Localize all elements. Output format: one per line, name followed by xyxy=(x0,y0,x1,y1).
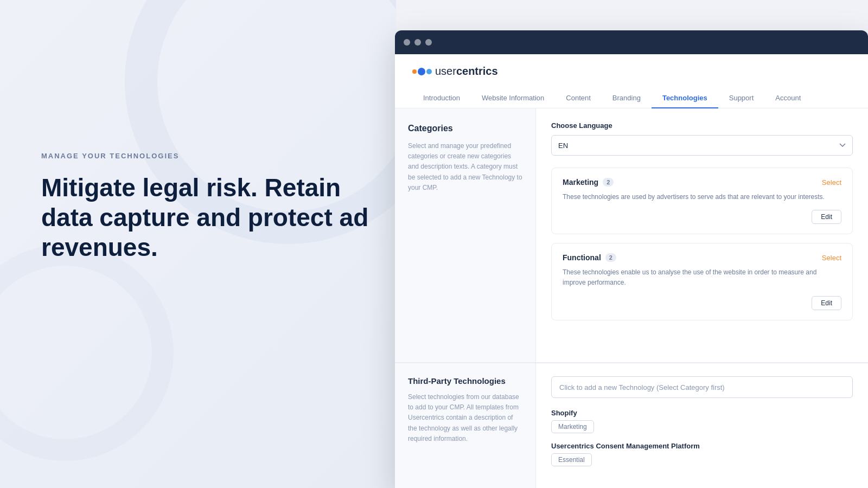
categories-title: Categories xyxy=(408,124,522,133)
tab-support[interactable]: Support xyxy=(718,88,765,108)
marketing-select-link[interactable]: Select xyxy=(822,178,841,187)
usercentrics-name: Usercentrics Consent Management Platform xyxy=(551,442,853,450)
logo-dot-blue-large xyxy=(418,68,425,75)
tab-content[interactable]: Content xyxy=(555,88,602,108)
page-subtitle: MANAGE YOUR TECHNOLOGIES xyxy=(41,152,374,160)
tab-technologies[interactable]: Technologies xyxy=(652,88,718,108)
bottom-section: Third-Party Technologies Select technolo… xyxy=(395,362,868,488)
third-party-panel: Third-Party Technologies Select technolo… xyxy=(395,363,536,488)
logo-text: usercentrics xyxy=(435,65,498,78)
functional-select-link[interactable]: Select xyxy=(822,254,841,262)
marketing-name: Marketing xyxy=(563,178,598,187)
marketing-edit-button[interactable]: Edit xyxy=(812,210,841,224)
functional-description: These technologies enable us to analyse … xyxy=(563,267,841,288)
functional-badge: 2 xyxy=(605,253,616,262)
functional-name: Functional xyxy=(563,253,601,262)
left-content: MANAGE YOUR TECHNOLOGIES Mitigate legal … xyxy=(41,152,374,263)
tab-account[interactable]: Account xyxy=(764,88,812,108)
tech-item-usercentrics: Usercentrics Consent Management Platform… xyxy=(551,442,853,466)
browser-titlebar xyxy=(395,30,868,54)
category-card-functional: Functional 2 Select These technologies e… xyxy=(551,243,853,320)
functional-name-row: Functional 2 xyxy=(563,253,616,262)
marketing-description: These technologies are used by advertise… xyxy=(563,192,841,202)
logo-dot-blue-small xyxy=(426,69,432,74)
deco-circle-2 xyxy=(0,244,174,461)
third-party-right: Click to add a new Technology (Select Ca… xyxy=(536,363,868,488)
choose-language-label: Choose Language xyxy=(551,121,853,130)
third-party-title: Third-Party Technologies xyxy=(408,376,522,386)
app-header: usercentrics Introduction Website Inform… xyxy=(395,54,868,108)
add-technology-button[interactable]: Click to add a new Technology (Select Ca… xyxy=(551,376,853,398)
window-dot-1 xyxy=(404,39,410,46)
third-party-description: Select technologies from our database to… xyxy=(408,392,522,444)
logo-area: usercentrics xyxy=(412,65,851,78)
window-dot-2 xyxy=(414,39,421,46)
marketing-card-header: Marketing 2 Select xyxy=(563,178,841,187)
tab-introduction[interactable]: Introduction xyxy=(412,88,471,108)
left-panel: MANAGE YOUR TECHNOLOGIES Mitigate legal … xyxy=(0,0,396,488)
functional-edit-button[interactable]: Edit xyxy=(812,296,841,310)
logo-icon xyxy=(412,68,432,75)
tab-branding[interactable]: Branding xyxy=(602,88,652,108)
tech-item-shopify: Shopify Marketing xyxy=(551,409,853,433)
category-card-marketing: Marketing 2 Select These technologies ar… xyxy=(551,168,853,234)
window-dot-3 xyxy=(425,39,432,46)
language-select[interactable]: EN xyxy=(551,135,853,156)
page-headline: Mitigate legal risk. Retain data capture… xyxy=(41,173,374,263)
marketing-name-row: Marketing 2 xyxy=(563,178,614,187)
marketing-badge: 2 xyxy=(603,178,614,187)
functional-card-header: Functional 2 Select xyxy=(563,253,841,262)
logo-dot-orange xyxy=(412,69,417,74)
shopify-tag: Marketing xyxy=(551,420,594,433)
usercentrics-tag: Essential xyxy=(551,453,592,466)
shopify-name: Shopify xyxy=(551,409,853,417)
tab-website-information[interactable]: Website Information xyxy=(471,88,555,108)
categories-description: Select and manage your predefined catego… xyxy=(408,141,522,193)
nav-tabs: Introduction Website Information Content… xyxy=(412,88,851,108)
